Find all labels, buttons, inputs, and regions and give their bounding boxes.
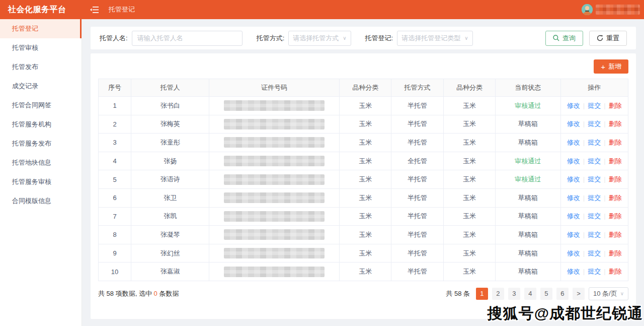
cell-mode: 半托管 bbox=[391, 170, 443, 189]
sidebar-item-9[interactable]: 合同模版信息 bbox=[0, 191, 82, 211]
delete-link[interactable]: 删除 bbox=[609, 249, 622, 257]
cell-actions: 修改|提交|删除 bbox=[560, 134, 628, 152]
delete-link[interactable]: 删除 bbox=[609, 139, 622, 146]
cell-id-number bbox=[209, 263, 340, 281]
cell-actions: 修改|提交|删除 bbox=[560, 152, 628, 170]
cell-actions: 修改|提交|删除 bbox=[560, 115, 628, 134]
reset-button[interactable]: 重置 bbox=[589, 31, 627, 46]
submit-link[interactable]: 提交 bbox=[588, 157, 601, 165]
submit-link[interactable]: 提交 bbox=[588, 212, 601, 220]
edit-link[interactable]: 修改 bbox=[567, 249, 580, 257]
cell-mode: 半托管 bbox=[391, 226, 443, 244]
cell-variety2: 玉米 bbox=[443, 244, 495, 263]
cell-id-number bbox=[209, 244, 340, 263]
edit-link[interactable]: 修改 bbox=[567, 212, 580, 220]
edit-link[interactable]: 修改 bbox=[567, 139, 580, 146]
cell-name: 张凝琴 bbox=[131, 226, 209, 244]
page-button-6[interactable]: 6 bbox=[556, 288, 569, 300]
submit-link[interactable]: 提交 bbox=[588, 175, 601, 183]
edit-link[interactable]: 修改 bbox=[567, 231, 580, 238]
cell-index: 10 bbox=[99, 263, 131, 281]
edit-link[interactable]: 修改 bbox=[567, 102, 580, 109]
edit-link[interactable]: 修改 bbox=[567, 157, 580, 165]
table-row: 5 张语诗 玉米 半托管 玉米 审核通过 修改|提交|删除 bbox=[99, 170, 628, 189]
sidebar-item-7[interactable]: 托管地块信息 bbox=[0, 153, 82, 172]
action-separator: | bbox=[604, 102, 605, 109]
delete-link[interactable]: 删除 bbox=[609, 175, 622, 183]
delete-link[interactable]: 删除 bbox=[609, 157, 622, 165]
submit-link[interactable]: 提交 bbox=[588, 194, 601, 202]
edit-link[interactable]: 修改 bbox=[567, 194, 580, 202]
submit-link[interactable]: 提交 bbox=[588, 249, 601, 257]
page-button-3[interactable]: 3 bbox=[508, 288, 520, 300]
page-size-select[interactable]: 10 条/页 ∨ bbox=[589, 287, 628, 300]
cell-actions: 修改|提交|删除 bbox=[560, 97, 628, 115]
next-page-button[interactable]: > bbox=[573, 288, 585, 300]
sidebar-item-5[interactable]: 托管服务机构 bbox=[0, 115, 82, 134]
name-filter-label: 托管人名: bbox=[100, 34, 128, 43]
action-separator: | bbox=[583, 175, 585, 183]
cell-status: 审核通过 bbox=[496, 152, 560, 170]
sidebar-item-0[interactable]: 托管登记 bbox=[0, 19, 82, 38]
selected-count: 0 bbox=[154, 290, 157, 297]
page-button-1[interactable]: 1 bbox=[476, 288, 488, 300]
reg-filter-select[interactable]: 请选择托管登记类型 ∨ bbox=[397, 31, 472, 46]
delete-link[interactable]: 删除 bbox=[609, 231, 622, 238]
cell-name: 张书白 bbox=[131, 97, 209, 115]
cell-variety: 玉米 bbox=[339, 97, 391, 115]
user-avatar[interactable] bbox=[582, 4, 593, 15]
sidebar-item-2[interactable]: 托管发布 bbox=[0, 57, 82, 77]
cell-name: 张童彤 bbox=[131, 134, 209, 152]
page-button-4[interactable]: 4 bbox=[524, 288, 536, 300]
sidebar-item-8[interactable]: 托管服务审核 bbox=[0, 172, 82, 191]
table-footer: 共 58 项数据, 选中 0 条数据 共 58 条 123456 > 10 条/… bbox=[98, 287, 628, 300]
cell-index: 3 bbox=[99, 134, 131, 152]
page-button-5[interactable]: 5 bbox=[540, 288, 552, 300]
edit-link[interactable]: 修改 bbox=[567, 268, 580, 275]
submit-link[interactable]: 提交 bbox=[588, 120, 601, 127]
submit-link[interactable]: 提交 bbox=[588, 102, 601, 109]
cell-status: 草稿箱 bbox=[496, 207, 560, 226]
delete-link[interactable]: 删除 bbox=[609, 102, 622, 109]
edit-link[interactable]: 修改 bbox=[567, 175, 580, 183]
query-button[interactable]: 查询 bbox=[545, 31, 583, 46]
cell-variety: 玉米 bbox=[339, 170, 391, 189]
submit-link[interactable]: 提交 bbox=[588, 139, 601, 146]
filter-name-group: 托管人名: bbox=[100, 31, 243, 46]
sidebar-item-label: 合同模版信息 bbox=[12, 197, 51, 205]
redacted-id-block bbox=[224, 192, 325, 203]
submit-link[interactable]: 提交 bbox=[588, 231, 601, 238]
edit-link[interactable]: 修改 bbox=[567, 120, 580, 127]
cell-actions: 修改|提交|删除 bbox=[560, 207, 628, 226]
submit-link[interactable]: 提交 bbox=[588, 268, 601, 275]
username-redacted[interactable] bbox=[596, 5, 640, 15]
cell-status: 草稿箱 bbox=[496, 244, 560, 263]
action-separator: | bbox=[583, 120, 585, 127]
sidebar-item-1[interactable]: 托管审核 bbox=[0, 38, 82, 57]
table-row: 8 张凝琴 玉米 半托管 玉米 草稿箱 修改|提交|删除 bbox=[99, 226, 628, 244]
sidebar-item-4[interactable]: 托管合同网签 bbox=[0, 96, 82, 115]
name-filter-input[interactable] bbox=[132, 31, 243, 46]
delete-link[interactable]: 删除 bbox=[609, 120, 622, 127]
query-button-label: 查询 bbox=[562, 34, 576, 43]
sidebar-item-3[interactable]: 成交记录 bbox=[0, 77, 82, 96]
cell-mode: 全托管 bbox=[391, 152, 443, 170]
delete-link[interactable]: 删除 bbox=[609, 268, 622, 275]
delete-link[interactable]: 删除 bbox=[609, 212, 622, 220]
action-separator: | bbox=[583, 139, 585, 146]
delete-link[interactable]: 删除 bbox=[609, 194, 622, 202]
cell-actions: 修改|提交|删除 bbox=[560, 244, 628, 263]
sidebar-item-label: 成交记录 bbox=[12, 82, 38, 90]
cell-variety2: 玉米 bbox=[443, 170, 495, 189]
page-button-2[interactable]: 2 bbox=[492, 288, 504, 300]
action-separator: | bbox=[583, 157, 585, 165]
mode-filter-select[interactable]: 请选择托管方式 ∨ bbox=[288, 31, 351, 46]
add-button[interactable]: + 新增 bbox=[594, 59, 628, 74]
cell-mode: 半托管 bbox=[391, 244, 443, 263]
menu-fold-icon[interactable] bbox=[90, 6, 99, 14]
cell-variety2: 玉米 bbox=[443, 188, 495, 207]
sidebar-item-6[interactable]: 托管服务发布 bbox=[0, 134, 82, 153]
watermark-text: 搜狐号@成都世纪锐通 bbox=[488, 303, 643, 324]
cell-index: 8 bbox=[99, 226, 131, 244]
breadcrumb: 托管登记 bbox=[109, 5, 135, 14]
